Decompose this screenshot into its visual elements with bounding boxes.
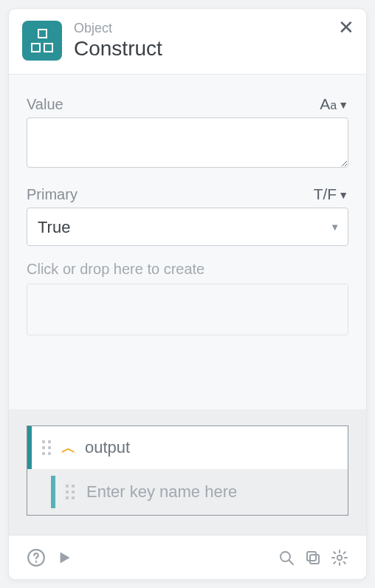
search-icon	[278, 549, 295, 567]
drag-handle-icon[interactable]	[42, 440, 51, 455]
header-overline: Object	[74, 21, 162, 36]
run-button[interactable]	[50, 544, 78, 572]
value-type-selector[interactable]: Aa▼	[320, 95, 348, 113]
primary-select[interactable]: True	[27, 208, 348, 246]
drag-handle-icon[interactable]	[66, 485, 75, 499]
gear-icon	[331, 549, 348, 567]
svg-point-1	[35, 561, 38, 563]
chevron-down-icon: ▼	[338, 189, 348, 201]
value-input[interactable]	[27, 117, 348, 168]
svg-line-3	[289, 560, 294, 564]
play-icon	[55, 548, 74, 567]
primary-field: Primary T/F▼ True ▼	[27, 185, 348, 246]
help-button[interactable]	[22, 544, 50, 572]
key-name-input[interactable]	[85, 482, 348, 502]
settings-button[interactable]	[326, 544, 353, 571]
svg-point-6	[337, 555, 342, 559]
drop-field: Click or drop here to create	[27, 261, 348, 335]
card-body: Value Aa▼ Primary T/F▼ True	[9, 75, 366, 409]
card-footer	[9, 535, 366, 579]
output-row[interactable]: ︿ output	[27, 426, 348, 469]
svg-rect-5	[307, 552, 316, 561]
close-icon: ✕	[338, 16, 354, 38]
output-key-row	[27, 469, 348, 515]
search-button[interactable]	[273, 544, 300, 571]
value-field: Value Aa▼	[27, 95, 348, 171]
copy-button[interactable]	[300, 544, 326, 571]
card-header: Object Construct ✕	[9, 9, 366, 74]
drop-label: Click or drop here to create	[27, 261, 348, 278]
value-label: Value	[27, 96, 63, 113]
chevron-up-icon: ︿	[61, 438, 76, 458]
help-icon	[27, 548, 46, 567]
output-box: ︿ output	[27, 425, 348, 516]
drop-zone[interactable]	[27, 284, 348, 335]
object-construct-card: Object Construct ✕ Value Aa▼ Prim	[8, 8, 367, 580]
construct-icon	[22, 21, 62, 61]
output-label: output	[85, 438, 130, 457]
primary-type-selector[interactable]: T/F▼	[314, 185, 348, 203]
output-section: ︿ output	[9, 409, 366, 535]
copy-icon	[304, 549, 322, 567]
header-title: Construct	[74, 38, 162, 61]
svg-rect-4	[310, 555, 319, 564]
chevron-down-icon: ▼	[338, 99, 348, 111]
close-button[interactable]: ✕	[338, 18, 354, 37]
primary-label: Primary	[27, 186, 78, 203]
